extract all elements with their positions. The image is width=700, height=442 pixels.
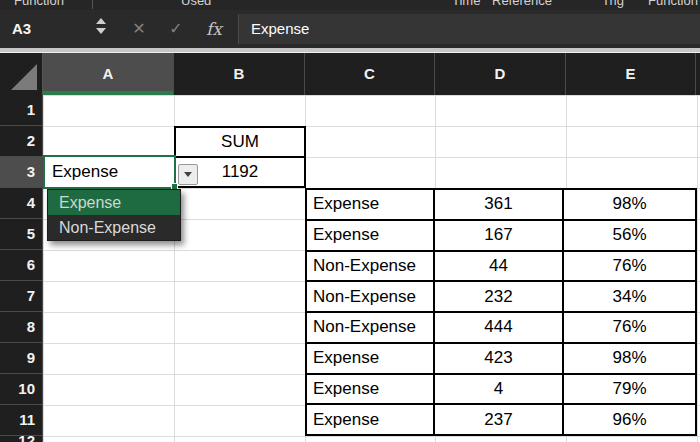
column-header-e[interactable]: E [566,53,696,95]
column-header-a[interactable]: A [43,53,174,95]
formula-bar-divider [0,48,700,53]
stepper-down-icon [96,28,106,34]
table-row: Non-Expense 232 34% [307,282,695,313]
cell-amount[interactable]: 44 [435,252,564,281]
dropdown-item-non-expense[interactable]: Non-Expense [48,215,180,240]
cell-percent[interactable]: 98% [564,344,695,373]
cell-amount[interactable]: 361 [435,190,564,219]
confirm-icon[interactable]: ✓ [165,10,187,48]
dropdown-button[interactable] [178,164,198,185]
column-header-b[interactable]: B [174,53,305,95]
table-row: Expense 361 98% [307,190,695,221]
row-header-10[interactable]: 10 [0,374,42,405]
row-header-1[interactable]: 1 [0,95,42,126]
table-row: Non-Expense 44 76% [307,252,695,283]
cell-a3-active[interactable]: Expense [43,155,176,189]
cell-percent[interactable]: 76% [564,313,695,342]
cell-amount[interactable]: 444 [435,313,564,342]
ribbon-divider [92,0,93,9]
ribbon-item-trig[interactable]: Trig [602,0,624,8]
name-box-stepper[interactable] [95,18,107,40]
cell-category[interactable]: Expense [307,344,435,373]
row-header-8[interactable]: 8 [0,312,42,343]
row-header-4[interactable]: 4 [0,188,42,219]
ribbon-item-function[interactable]: Function [14,0,64,8]
sheet-grid[interactable]: SUM 1192 Expense Expense Non-Expense Exp… [43,95,700,442]
cell-amount[interactable]: 4 [435,375,564,404]
column-header-c[interactable]: C [305,53,435,95]
table-row: Non-Expense 444 76% [307,313,695,344]
data-table: Expense 361 98% Expense 167 56% Non-Expe… [305,188,697,436]
cell-category[interactable]: Non-Expense [307,282,435,311]
formula-input[interactable]: Expense [238,14,700,44]
dropdown-list: Expense Non-Expense [47,189,181,241]
cancel-icon[interactable]: ✕ [128,10,150,48]
selected-column-indicator [43,91,173,95]
cell-b2-sum-label[interactable]: SUM [176,128,304,158]
ribbon-item-date-time[interactable]: Time [452,0,480,8]
cell-percent[interactable]: 76% [564,252,695,281]
cell-amount[interactable]: 237 [435,405,564,434]
table-row: Expense 4 79% [307,375,695,406]
cell-category[interactable]: Expense [307,190,435,219]
spreadsheet-app-window: Function Used Time Reference Trig Functi… [0,0,700,442]
name-box[interactable]: A3 [12,10,31,48]
row-header-11[interactable]: 11 [0,405,42,436]
column-header-a-label: A [103,65,114,82]
row-header-6[interactable]: 6 [0,250,42,281]
cell-percent[interactable]: 96% [564,405,695,434]
cell-percent[interactable]: 79% [564,375,695,404]
insert-function-icon[interactable]: fx [203,10,225,48]
ribbon-strip: Function Used Time Reference Trig Functi… [0,0,700,10]
ribbon-item-more-functions[interactable]: Function [648,0,698,8]
cell-amount[interactable]: 423 [435,344,564,373]
stepper-up-icon [96,18,106,24]
cell-amount[interactable]: 232 [435,282,564,311]
cell-category[interactable]: Non-Expense [307,252,435,281]
ribbon-item-recently-used[interactable]: Used [181,0,211,8]
row-header-3[interactable]: 3 [0,157,42,188]
cell-category[interactable]: Expense [307,405,435,434]
cell-category[interactable]: Expense [307,221,435,250]
cell-amount[interactable]: 167 [435,221,564,250]
row-header-2[interactable]: 2 [0,126,42,157]
row-header-12[interactable]: 12 [0,436,42,442]
dropdown-arrow-icon [184,172,192,177]
table-row: Expense 423 98% [307,344,695,375]
cell-percent[interactable]: 56% [564,221,695,250]
column-header-d[interactable]: D [435,53,566,95]
table-row: Expense 167 56% [307,221,695,252]
row-header-7[interactable]: 7 [0,281,42,312]
cell-percent[interactable]: 34% [564,282,695,311]
row-header-9[interactable]: 9 [0,343,42,374]
ribbon-item-reference[interactable]: Reference [492,0,552,8]
table-row: Expense 237 96% [307,405,695,434]
row-header-column: 1 2 3 4 5 6 7 8 9 10 11 12 [0,95,43,442]
column-header-row: A B C D E [0,53,700,95]
select-all-button[interactable] [0,53,43,95]
row-header-5[interactable]: 5 [0,219,42,250]
cell-percent[interactable]: 98% [564,190,695,219]
select-all-triangle-icon [11,64,37,90]
formula-bar: A3 ✕ ✓ fx Expense [0,10,700,48]
cell-category[interactable]: Expense [307,375,435,404]
dropdown-item-expense[interactable]: Expense [48,190,180,215]
cell-category[interactable]: Non-Expense [307,313,435,342]
